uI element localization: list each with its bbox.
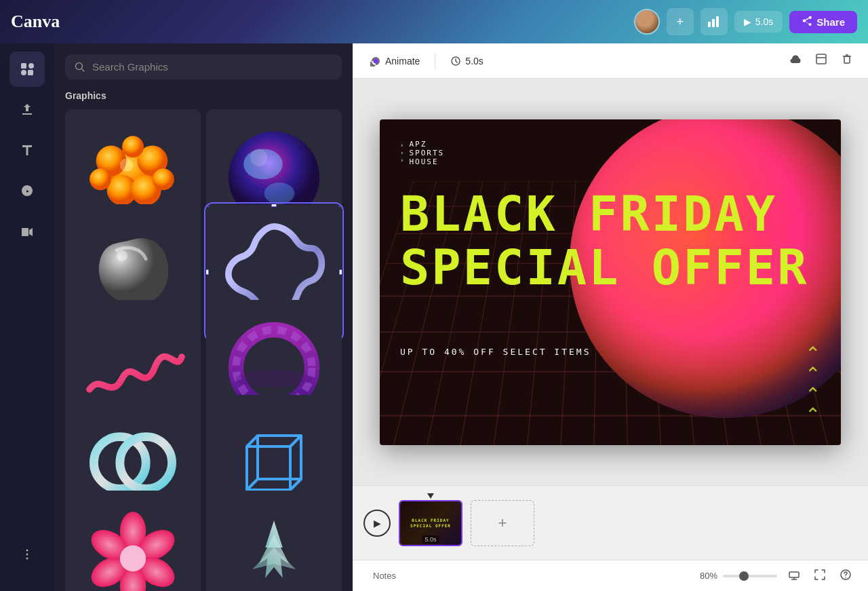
svg-line-34 xyxy=(290,436,301,446)
svg-point-8 xyxy=(26,554,28,556)
sidebar-item-elements[interactable] xyxy=(9,52,45,87)
canva-logo: Canva xyxy=(11,12,60,32)
svg-line-11 xyxy=(82,69,85,71)
clock-icon xyxy=(450,56,461,66)
brand-text: APZ SPORTS HOUSE xyxy=(409,140,444,166)
svg-point-26 xyxy=(236,330,312,406)
main-area: Graphics xyxy=(0,43,868,591)
selection-handle-lm xyxy=(206,269,209,275)
layout-button[interactable] xyxy=(811,49,831,73)
brand-line-1: › › › APZ SPORTS HOUSE xyxy=(400,140,444,166)
more-icon xyxy=(20,548,34,561)
selection-handle-tm xyxy=(271,204,277,207)
duration-label: 5.0s xyxy=(465,56,483,66)
sidebar-item-upload[interactable] xyxy=(9,92,45,128)
search-icon xyxy=(75,62,85,73)
slides-play-button[interactable]: ▶ xyxy=(363,510,391,537)
help-button[interactable] xyxy=(837,566,854,586)
status-bar: Notes 80% xyxy=(353,560,868,591)
add-button[interactable]: + xyxy=(667,8,694,35)
br-chevron-4: ⌃ xyxy=(805,406,821,425)
sidebar-item-audio[interactable] xyxy=(9,174,45,209)
share-button[interactable]: Share xyxy=(789,11,857,33)
slide-indicator xyxy=(427,493,434,499)
svg-rect-6 xyxy=(28,70,33,75)
slide-thumb-text: BLACK FRIDAYSPECIAL OFFER xyxy=(410,518,451,527)
avatar[interactable] xyxy=(634,9,660,35)
brand-chevron-2: › xyxy=(400,149,405,156)
svg-point-7 xyxy=(26,550,28,552)
canvas-area: Animate 5.0s xyxy=(353,43,868,591)
brand-chevrons: › › › xyxy=(400,142,405,164)
audio-icon xyxy=(19,183,35,199)
svg-rect-51 xyxy=(844,56,850,63)
graphics-label: Graphics xyxy=(54,90,353,109)
selection-handle-tl xyxy=(206,204,209,207)
canvas-brand: › › › APZ SPORTS HOUSE xyxy=(400,140,444,166)
fit-screen-button[interactable] xyxy=(785,566,803,586)
add-slide-button[interactable]: + xyxy=(471,500,534,546)
svg-point-24 xyxy=(250,149,268,166)
canvas-scroll[interactable]: › › › APZ SPORTS HOUSE BLACK FRIDAY xyxy=(353,79,868,485)
help-icon xyxy=(840,569,852,581)
bottom-panel: ▶ BLACK FRIDAYSPECIAL OFFER 5.0s + xyxy=(353,485,868,560)
sidebar-item-text[interactable] xyxy=(9,133,45,168)
animate-button[interactable]: Animate xyxy=(363,52,427,71)
zoom-slider[interactable] xyxy=(723,575,777,577)
br-chevron-3: ⌃ xyxy=(805,385,821,404)
svg-rect-2 xyxy=(716,16,719,27)
video-icon xyxy=(19,224,35,240)
svg-point-4 xyxy=(28,63,34,69)
trash-button[interactable] xyxy=(837,49,857,73)
list-item[interactable] xyxy=(206,491,342,591)
brand-line-house: HOUSE xyxy=(409,157,444,166)
svg-rect-1 xyxy=(712,19,715,27)
headline-line2: SPECIAL OFFER xyxy=(400,241,809,294)
svg-line-33 xyxy=(247,436,258,446)
cloud-icon xyxy=(789,53,802,65)
design-canvas[interactable]: › › › APZ SPORTS HOUSE BLACK FRIDAY xyxy=(380,119,841,445)
brand-chevron-1: › xyxy=(400,142,405,149)
sidebar-item-more[interactable] xyxy=(9,537,45,572)
sidebar-item-video[interactable] xyxy=(9,214,45,250)
play-button[interactable]: ▶ 5.0s xyxy=(734,11,783,33)
duration-button[interactable]: 5.0s xyxy=(443,52,490,71)
search-bar xyxy=(65,54,342,79)
svg-rect-5 xyxy=(21,70,26,75)
brand-line-sports: SPORTS xyxy=(409,149,444,157)
svg-line-36 xyxy=(290,479,301,490)
headline-line1: BLACK FRIDAY xyxy=(400,187,809,241)
notes-label: Notes xyxy=(373,571,396,581)
avatar-image xyxy=(635,10,658,33)
elements-icon xyxy=(19,61,35,77)
svg-point-17 xyxy=(90,168,111,190)
svg-rect-49 xyxy=(816,54,826,64)
pink-flower-icon xyxy=(79,504,187,591)
selection-handle-tr xyxy=(339,204,342,207)
fullscreen-icon xyxy=(814,569,826,581)
fit-screen-icon xyxy=(788,569,800,581)
list-item[interactable] xyxy=(65,491,201,591)
selection-handle-rm xyxy=(339,269,342,275)
fullscreen-button[interactable] xyxy=(811,566,829,586)
notes-button[interactable]: Notes xyxy=(366,567,403,585)
status-right: 80% xyxy=(700,566,854,586)
svg-line-35 xyxy=(247,479,258,490)
header-right: + ▶ 5.0s Share xyxy=(634,8,857,35)
play-icon: ▶ xyxy=(744,16,751,27)
brand-line-apz: APZ xyxy=(409,140,444,149)
slide-thumb-time: 5.0s xyxy=(422,535,439,544)
save-cloud-button[interactable] xyxy=(785,49,806,73)
trash-icon xyxy=(841,53,853,65)
analytics-button[interactable] xyxy=(701,8,728,35)
graphics-grid: ☞ xyxy=(54,109,353,591)
svg-point-58 xyxy=(845,577,846,578)
search-input[interactable] xyxy=(92,61,332,73)
slide-thumbnail[interactable]: BLACK FRIDAYSPECIAL OFFER 5.0s xyxy=(399,500,462,546)
zoom-control: 80% xyxy=(700,571,777,581)
br-chevron-1: ⌃ xyxy=(805,345,821,364)
svg-point-43 xyxy=(120,545,146,571)
zoom-label: 80% xyxy=(700,571,717,581)
toolbar-right xyxy=(785,49,857,73)
svg-point-23 xyxy=(264,183,295,204)
